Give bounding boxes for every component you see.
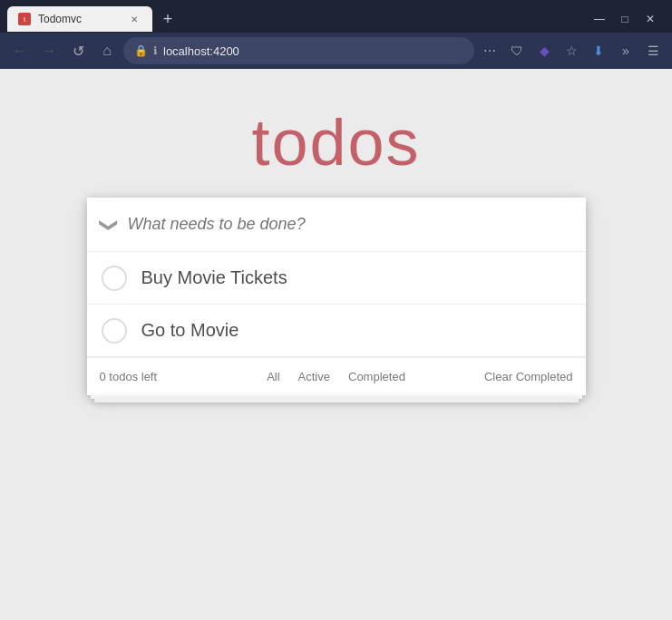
forward-button[interactable]: → bbox=[36, 38, 62, 63]
home-button[interactable]: ⌂ bbox=[94, 38, 120, 63]
menu-icon[interactable]: ☰ bbox=[641, 39, 665, 63]
toolbar-right: ⋯ 🛡 ◆ ☆ ⬇ » ☰ bbox=[478, 39, 665, 63]
clear-completed-button[interactable]: Clear Completed bbox=[484, 370, 573, 383]
new-todo-row: ❯ bbox=[87, 198, 586, 252]
todo-footer: 0 todos left All Active Completed Clear … bbox=[87, 357, 586, 395]
more-options-icon[interactable]: ⋯ bbox=[478, 39, 502, 63]
filters: All Active Completed bbox=[260, 367, 412, 386]
minimize-button[interactable]: — bbox=[592, 12, 607, 26]
todo-app: ❯ Buy Movie Tickets Go to Movie 0 todos … bbox=[87, 198, 586, 395]
window-controls: — □ ✕ bbox=[592, 12, 665, 26]
todo-text-1: Buy Movie Tickets bbox=[141, 267, 287, 288]
active-tab[interactable]: t Todomvc ✕ bbox=[7, 6, 152, 32]
todo-item: Go to Movie bbox=[87, 305, 586, 357]
tab-title: Todomvc bbox=[38, 13, 120, 25]
todo-text-2: Go to Movie bbox=[141, 320, 239, 341]
todo-checkbox-1[interactable] bbox=[102, 266, 127, 291]
close-button[interactable]: ✕ bbox=[643, 12, 657, 26]
url-display: localhost:4200 bbox=[163, 44, 463, 58]
extensions-icon[interactable]: » bbox=[614, 39, 638, 63]
shield-icon[interactable]: 🛡 bbox=[505, 39, 529, 63]
filter-completed[interactable]: Completed bbox=[342, 367, 412, 386]
filter-active[interactable]: Active bbox=[292, 367, 336, 386]
filter-all[interactable]: All bbox=[260, 367, 286, 386]
reload-button[interactable]: ↺ bbox=[65, 38, 91, 63]
todo-checkbox-2[interactable] bbox=[102, 318, 127, 344]
browser-toolbar: ← → ↺ ⌂ 🔒 ℹ localhost:4200 ⋯ 🛡 ◆ ☆ ⬇ » ☰ bbox=[0, 33, 672, 69]
back-button[interactable]: ← bbox=[7, 38, 33, 63]
address-bar[interactable]: 🔒 ℹ localhost:4200 bbox=[123, 37, 474, 64]
browser-chrome: t Todomvc ✕ + — □ ✕ ← → ↺ ⌂ 🔒 ℹ localhos… bbox=[0, 0, 672, 69]
footer-inner: 0 todos left All Active Completed Clear … bbox=[100, 370, 573, 383]
new-tab-button[interactable]: + bbox=[156, 7, 180, 31]
tab-close-button[interactable]: ✕ bbox=[127, 12, 141, 26]
bookmark-icon[interactable]: ☆ bbox=[560, 39, 583, 63]
toggle-all-button[interactable]: ❯ bbox=[98, 217, 120, 232]
lock-icon: 🔒 bbox=[134, 44, 148, 57]
info-icon: ℹ bbox=[153, 44, 158, 57]
pocket-icon[interactable]: ◆ bbox=[532, 39, 556, 63]
app-title: todos bbox=[251, 105, 420, 179]
page-content: todos ❯ Buy Movie Tickets Go to Movie 0 … bbox=[0, 69, 672, 620]
download-icon[interactable]: ⬇ bbox=[587, 39, 610, 63]
new-todo-input[interactable] bbox=[128, 215, 571, 234]
tab-bar: t Todomvc ✕ + — □ ✕ bbox=[0, 0, 672, 33]
tab-favicon: t bbox=[18, 13, 31, 25]
todo-item: Buy Movie Tickets bbox=[87, 252, 586, 305]
maximize-button[interactable]: □ bbox=[618, 12, 632, 26]
